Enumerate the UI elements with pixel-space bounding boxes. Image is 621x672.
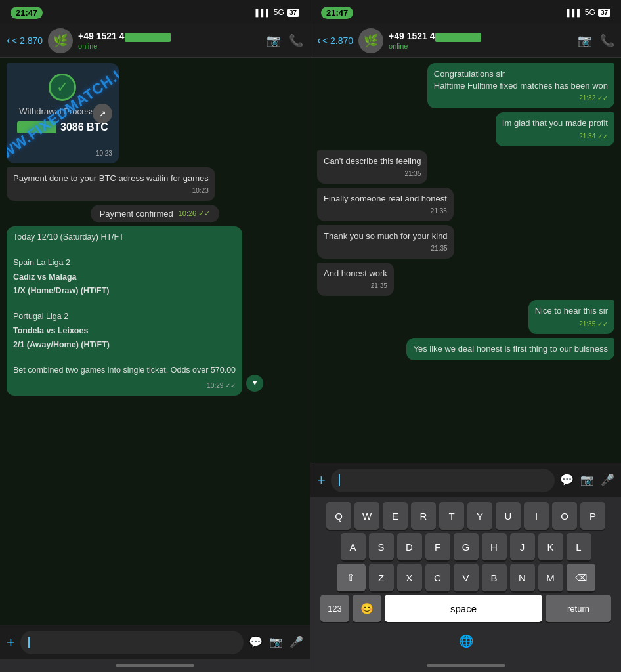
expand-button[interactable]: ▼ bbox=[246, 375, 263, 392]
network-right: 5G bbox=[585, 8, 595, 17]
cursor-left bbox=[28, 637, 30, 648]
kb-row-3: ⇧ Z X C V B N M ⌫ bbox=[313, 564, 618, 591]
key-h[interactable]: H bbox=[482, 533, 507, 560]
input-bar-right: + 💬 📷 🎤 bbox=[310, 463, 621, 497]
kb-row-4: 123 😊 space return bbox=[313, 595, 618, 622]
home-bar-left bbox=[116, 664, 194, 667]
withdrawal-card: ✓ Withdrawal Processing 3086 BTC ↗ WWW.F… bbox=[7, 63, 119, 163]
chat-content-right: Congratulations sirHalftime Fulltime fix… bbox=[317, 63, 614, 360]
congrats-bubble: Congratulations sirHalftime Fulltime fix… bbox=[427, 63, 614, 108]
back-button-right[interactable]: ‹ < 2.870 bbox=[317, 33, 353, 47]
congrats-text: Congratulations sirHalftime Fulltime fix… bbox=[434, 69, 608, 91]
key-p[interactable]: P bbox=[580, 502, 605, 530]
emoji-key[interactable]: 😊 bbox=[353, 595, 381, 622]
nav-icons-right: 📷 📞 bbox=[578, 33, 614, 48]
key-z[interactable]: Z bbox=[369, 564, 394, 591]
mic-icon-left[interactable]: 🎤 bbox=[289, 635, 303, 649]
key-f[interactable]: F bbox=[425, 533, 450, 560]
prediction2-line: 2/1 (Away/Home) (HT/FT) bbox=[13, 339, 236, 351]
payment-done-wrap: Payment done to your BTC adress waitin f… bbox=[7, 167, 303, 201]
share-button[interactable]: ↗ bbox=[93, 104, 112, 123]
status-bar-left: 21:47 ▌▌▌ 5G 37 bbox=[0, 0, 310, 24]
unread-count-right: < 2.870 bbox=[322, 35, 353, 46]
key-m[interactable]: M bbox=[538, 564, 563, 591]
green-info-bubble: Today 12/10 (Saturday) HT/FT Spain La Li… bbox=[7, 226, 242, 396]
keyboard: Q W E R T Y U I O P A S D F G H J K L ⇧ … bbox=[310, 497, 621, 659]
deal-wrap: Yes like we deal honest is first thing t… bbox=[317, 338, 614, 360]
key-w[interactable]: W bbox=[354, 502, 379, 530]
key-u[interactable]: U bbox=[496, 502, 521, 530]
key-n[interactable]: N bbox=[510, 564, 535, 591]
phone-icon-left[interactable]: 📞 bbox=[289, 33, 303, 48]
btc-amount: 3086 BTC bbox=[60, 121, 108, 133]
describe-bubble: Can't describe this feeling 21:35 bbox=[317, 150, 427, 184]
finally-time: 21:35 bbox=[324, 207, 447, 216]
num-key[interactable]: 123 bbox=[320, 595, 349, 622]
mic-icon-right[interactable]: 🎤 bbox=[601, 473, 614, 487]
describe-text: Can't describe this feeling bbox=[324, 156, 421, 166]
key-a[interactable]: A bbox=[341, 533, 366, 560]
return-key[interactable]: return bbox=[546, 595, 611, 622]
key-o[interactable]: O bbox=[552, 502, 577, 530]
key-j[interactable]: J bbox=[510, 533, 535, 560]
space-key[interactable]: space bbox=[385, 595, 542, 622]
card-time: 10:23 bbox=[96, 150, 112, 157]
sticker-icon-right[interactable]: 💬 bbox=[560, 473, 574, 487]
payment-confirmed-text: Payment confirmed bbox=[100, 209, 173, 219]
key-r[interactable]: R bbox=[411, 502, 436, 530]
globe-icon[interactable]: 🌐 bbox=[454, 627, 479, 655]
key-x[interactable]: X bbox=[397, 564, 422, 591]
key-v[interactable]: V bbox=[454, 564, 479, 591]
key-l[interactable]: L bbox=[567, 533, 591, 560]
plus-icon-right[interactable]: + bbox=[317, 472, 326, 489]
nice-wrap: Nice to hear this sir 21:35 ✓✓ bbox=[317, 300, 614, 333]
contact-status-left: online bbox=[78, 42, 261, 50]
key-s[interactable]: S bbox=[369, 533, 394, 560]
status-icons-left: ▌▌▌ 5G 37 bbox=[255, 8, 299, 17]
contact-name-right: +49 1521 4 bbox=[389, 31, 572, 41]
input-bar-left: + 💬 📷 🎤 bbox=[0, 625, 310, 659]
thankyou-text: Thank you so much for your kind bbox=[324, 231, 448, 241]
key-d[interactable]: D bbox=[397, 533, 422, 560]
message-input-right[interactable] bbox=[331, 469, 555, 492]
name-redacted-left bbox=[125, 33, 171, 42]
video-icon-right[interactable]: 📷 bbox=[578, 33, 592, 48]
input-icons-left: 💬 📷 🎤 bbox=[249, 635, 303, 649]
nav-icons-left: 📷 📞 bbox=[267, 33, 303, 48]
sticker-icon-left[interactable]: 💬 bbox=[249, 635, 263, 649]
key-b[interactable]: B bbox=[482, 564, 507, 591]
finally-wrap: Finally someone real and honest 21:35 bbox=[317, 188, 614, 221]
home-indicator-right bbox=[310, 659, 621, 672]
payment-confirmed-time: 10:26 ✓✓ bbox=[179, 209, 211, 218]
honest-text: And honest work bbox=[324, 268, 387, 278]
finally-text: Finally someone real and honest bbox=[324, 194, 447, 203]
key-y[interactable]: Y bbox=[467, 502, 492, 530]
delete-key[interactable]: ⌫ bbox=[567, 564, 595, 591]
avatar-left: 🌿 bbox=[48, 28, 73, 53]
battery-left: 37 bbox=[287, 9, 299, 17]
shift-key[interactable]: ⇧ bbox=[337, 564, 366, 591]
key-e[interactable]: E bbox=[383, 502, 408, 530]
key-c[interactable]: C bbox=[425, 564, 450, 591]
camera-icon-right[interactable]: 📷 bbox=[580, 473, 594, 487]
glad-wrap: Im glad that you made profit 21:34 ✓✓ bbox=[317, 112, 614, 146]
key-t[interactable]: T bbox=[439, 502, 464, 530]
video-icon-left[interactable]: 📷 bbox=[267, 33, 281, 48]
key-q[interactable]: Q bbox=[326, 502, 351, 530]
message-input-left[interactable] bbox=[20, 631, 244, 654]
camera-icon-left[interactable]: 📷 bbox=[269, 635, 283, 649]
league1-line: Spain La Liga 2 bbox=[13, 257, 236, 269]
unread-count-left: < 2.870 bbox=[12, 35, 43, 46]
key-k[interactable]: K bbox=[538, 533, 563, 560]
nice-bubble: Nice to hear this sir 21:35 ✓✓ bbox=[528, 300, 614, 333]
phone-icon-right[interactable]: 📞 bbox=[600, 33, 614, 48]
finally-bubble: Finally someone real and honest 21:35 bbox=[317, 188, 454, 221]
key-g[interactable]: G bbox=[454, 533, 479, 560]
key-i[interactable]: I bbox=[524, 502, 549, 530]
prediction1-line: 1/X (Home/Draw) (HT/FT) bbox=[13, 285, 236, 297]
glad-bubble: Im glad that you made profit 21:34 ✓✓ bbox=[496, 112, 614, 146]
plus-icon-left[interactable]: + bbox=[7, 634, 15, 651]
network-left: 5G bbox=[274, 8, 284, 17]
back-button-left[interactable]: ‹ < 2.870 bbox=[7, 33, 43, 47]
kb-row-1: Q W E R T Y U I O P bbox=[313, 502, 618, 530]
